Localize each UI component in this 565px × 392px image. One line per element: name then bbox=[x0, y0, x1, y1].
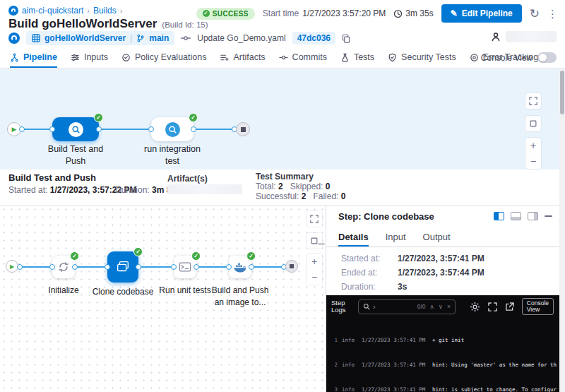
step-details-panel: Step: Clone codebase Details Input Outpu… bbox=[326, 206, 559, 392]
pencil-icon: ✎ bbox=[451, 8, 458, 18]
console-header: StepLogs › 0/0 ∧ ∨ × bbox=[326, 295, 559, 318]
layout-bottom-icon[interactable] bbox=[511, 212, 521, 220]
clock-icon bbox=[393, 9, 403, 18]
tab-security-tests[interactable]: Security Tests bbox=[388, 48, 456, 68]
commit-message[interactable]: Update Go_Demo.yaml bbox=[197, 33, 285, 43]
execution-end-node bbox=[285, 260, 298, 273]
log-output: 1info1/27/2023 3:57:41 PM+ git init 2inf… bbox=[326, 318, 559, 392]
user-cluster bbox=[491, 31, 557, 42]
stage-info-title: Build Test and Push bbox=[8, 172, 96, 183]
kebab-menu-icon[interactable]: ⋮ bbox=[547, 8, 558, 19]
status-label: SUCCESS bbox=[213, 10, 249, 18]
initialize-sync-icon bbox=[58, 261, 69, 273]
title-row: Build goHelloWorldServer (Build Id: 15) bbox=[8, 17, 208, 31]
node-port bbox=[148, 126, 154, 132]
step-node-clone-codebase[interactable]: ✓ bbox=[107, 251, 138, 283]
ci-module-icon bbox=[8, 32, 20, 44]
success-check-icon: ✓ bbox=[203, 10, 210, 17]
status-badge: ✓ SUCCESS bbox=[196, 8, 255, 20]
tab-commits[interactable]: Commits bbox=[279, 48, 327, 68]
step-label[interactable]: Run unit tests bbox=[155, 285, 215, 297]
artifact-link-redacted[interactable] bbox=[167, 184, 242, 194]
log-fullscreen-icon[interactable] bbox=[488, 302, 497, 311]
tab-label: Policy Evaluations bbox=[135, 52, 206, 62]
step-label[interactable]: Initialize bbox=[34, 285, 93, 297]
scrollbar-thumb[interactable] bbox=[560, 71, 564, 114]
node-port bbox=[171, 264, 177, 270]
success-check-icon: ✓ bbox=[189, 113, 198, 122]
node-port bbox=[136, 264, 141, 270]
log-settings-gear-icon[interactable] bbox=[470, 302, 480, 312]
log-search-input[interactable]: › 0/0 ∧ ∨ × bbox=[358, 299, 456, 314]
stop-icon bbox=[241, 127, 246, 132]
canvas-fullscreen-button[interactable] bbox=[307, 211, 322, 227]
match-count: 0/0 bbox=[417, 303, 426, 310]
branch-name[interactable]: main bbox=[149, 33, 169, 43]
layout-split-left-icon[interactable] bbox=[494, 212, 504, 220]
start-time-label: Start time bbox=[263, 8, 299, 18]
clear-search-icon[interactable]: × bbox=[447, 303, 451, 310]
zoom-out-button[interactable]: − bbox=[530, 155, 536, 167]
tests-icon bbox=[340, 53, 350, 62]
node-port bbox=[17, 264, 23, 270]
console-view-button[interactable]: ConsoleView bbox=[522, 298, 554, 315]
step-graph-canvas[interactable]: ▶ ✓ ✓ ✓ ✓ Initializ bbox=[0, 206, 325, 392]
stage-node-run-integration-test[interactable]: ✓ bbox=[151, 117, 194, 141]
node-port bbox=[105, 264, 110, 270]
elapsed-duration: 3m 35s bbox=[393, 8, 433, 18]
page-scrollbar bbox=[559, 69, 565, 392]
breadcrumb: aim-ci-quickstart › Builds › bbox=[8, 6, 122, 16]
step-label[interactable]: Clone codebase bbox=[89, 286, 157, 298]
previous-match-icon[interactable]: ∧ bbox=[430, 303, 434, 310]
refresh-icon[interactable]: ↻ bbox=[530, 8, 540, 19]
step-panel-title: Step: Clone codebase bbox=[338, 211, 434, 222]
zoom-out-button[interactable]: − bbox=[311, 271, 317, 283]
step-panel-header: Step: Clone codebase bbox=[326, 206, 559, 227]
stage-graph-canvas[interactable]: ▶ ✓ Build Test andPush ✓ run integration… bbox=[0, 69, 559, 170]
stage-label[interactable]: Build Test andPush bbox=[40, 143, 111, 167]
repo-branch-chip[interactable]: goHelloWorldServer | main bbox=[26, 31, 174, 45]
stage-node-build-test-and-push[interactable]: ✓ bbox=[52, 117, 99, 141]
breadcrumb-project-link[interactable]: aim-ci-quickstart bbox=[22, 6, 83, 16]
node-port bbox=[226, 264, 232, 270]
copy-icon[interactable] bbox=[342, 34, 350, 43]
test-summary-row: Successful: 2 Failed: 0 bbox=[256, 191, 345, 201]
node-port bbox=[191, 126, 196, 132]
tab-output[interactable]: Output bbox=[423, 229, 451, 247]
tab-pipeline[interactable]: Pipeline bbox=[10, 48, 57, 68]
zoom-in-button[interactable]: + bbox=[311, 256, 317, 267]
tab-inputs[interactable]: Inputs bbox=[71, 48, 108, 68]
branch-icon bbox=[136, 34, 145, 42]
tab-tests[interactable]: Tests bbox=[340, 48, 374, 68]
console-view-toggle[interactable] bbox=[537, 52, 557, 63]
layout-right-icon[interactable] bbox=[528, 212, 538, 220]
tab-policy-evaluations[interactable]: Policy Evaluations bbox=[121, 48, 206, 68]
commit-hash[interactable]: 47dc036 bbox=[292, 32, 335, 44]
node-port bbox=[49, 126, 55, 132]
edit-pipeline-button[interactable]: ✎ Edit Pipeline bbox=[441, 4, 522, 23]
search-prompt: › bbox=[373, 302, 376, 311]
terminal-icon bbox=[179, 261, 191, 273]
tab-label: Security Tests bbox=[401, 52, 456, 62]
play-icon: ▶ bbox=[10, 263, 14, 270]
breadcrumb-builds-link[interactable]: Builds bbox=[93, 6, 117, 16]
panel-resize-handle[interactable] bbox=[318, 243, 325, 245]
canvas-zoom-controls: + − bbox=[307, 254, 322, 285]
zoom-in-button[interactable]: + bbox=[530, 140, 536, 151]
repo-name[interactable]: goHelloWorldServer bbox=[44, 33, 126, 43]
step-label[interactable]: Build and Pushan image to... bbox=[209, 285, 271, 309]
canvas-fullscreen-button[interactable] bbox=[525, 93, 541, 109]
canvas-fit-view-button[interactable] bbox=[307, 233, 322, 249]
tab-details[interactable]: Details bbox=[338, 229, 369, 247]
connector-line bbox=[14, 129, 244, 130]
minimize-panel-icon[interactable] bbox=[545, 215, 552, 217]
canvas-fit-view-button[interactable] bbox=[525, 116, 541, 131]
tab-artifacts[interactable]: Artifacts bbox=[220, 48, 265, 68]
harness-logo-icon bbox=[8, 6, 18, 16]
next-match-icon[interactable]: ∨ bbox=[439, 303, 443, 310]
stage-label[interactable]: run integrationtest bbox=[137, 143, 208, 167]
success-check-icon: ✓ bbox=[246, 251, 256, 261]
tab-input[interactable]: Input bbox=[386, 229, 406, 247]
open-in-new-icon[interactable] bbox=[505, 302, 514, 311]
console-view-label: Console View bbox=[481, 53, 533, 63]
